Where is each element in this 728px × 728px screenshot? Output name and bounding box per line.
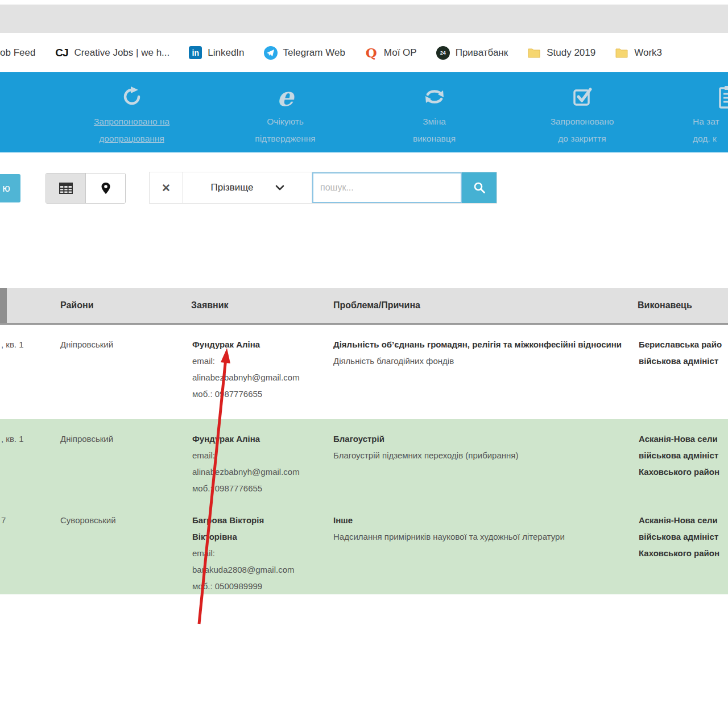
left-cut-button[interactable]: ю [0, 174, 20, 202]
table-grid-icon [59, 183, 73, 194]
problem-title: Діяльність об’єднань громадян, релігія т… [333, 336, 626, 353]
problem-detail: Благоустрій підземних переходів (прибира… [333, 447, 626, 464]
bookmark-label: Мої ОР [384, 47, 417, 59]
bookmark-label: LinkedIn [208, 47, 244, 59]
ie-icon: e [210, 80, 360, 113]
map-view-button[interactable] [86, 173, 125, 203]
browser-chrome-bar [0, 5, 728, 33]
bookmark-privatbank[interactable]: 24 Приватбанк [436, 46, 508, 60]
table-row[interactable]: , кв. 1 Дніпровський Фундурак Аліна emai… [0, 325, 728, 419]
left-cut-button-label: ю [2, 183, 10, 195]
toolbar-item-label: На зат дод. к [693, 113, 728, 147]
toolbar-item-label: Очікують підтвердження [210, 113, 360, 147]
table-header-address-cut [0, 288, 57, 323]
applicant-name: Багрова Вікторія Вікторівна [192, 512, 288, 545]
moi-op-icon: Q [365, 46, 378, 60]
district-cell: Дніпровський [57, 325, 188, 419]
table-row[interactable]: , кв. 1 Дніпровський Фундурак Аліна emai… [0, 419, 728, 500]
toolbar-item-approval-cut[interactable]: На зат дод. к [693, 80, 728, 147]
problem-cell: Благоустрій Благоустрій підземних перехо… [330, 419, 634, 500]
applicant-email-label: email: [192, 447, 324, 464]
bookmark-label: Work3 [634, 47, 662, 59]
applicant-cell: Фундурак Аліна email: alinabezbabnyh@gma… [188, 419, 330, 500]
bookmark-telegram[interactable]: Telegram Web [264, 46, 345, 60]
applicant-phone: моб.: 0500989999 [192, 578, 324, 594]
toolbar-item-label: Запропоновано до закриття [507, 113, 657, 147]
toolbar-item-proposed-rework[interactable]: Запропоновано на доопрацювання [57, 80, 206, 147]
bookmark-work3[interactable]: Work3 [615, 46, 662, 60]
bookmark-label: Telegram Web [283, 47, 345, 59]
applicant-phone: моб.: 0987776655 [192, 386, 324, 402]
linkedin-icon: in [189, 46, 202, 59]
table-header-executor: Виконавець [634, 300, 728, 311]
problem-cell: Інше Надсилання примірників наукової та … [330, 500, 634, 594]
toolbar-item-label: Запропоновано на доопрацювання [57, 113, 206, 147]
sync-icon [359, 80, 509, 113]
executor-cell: Асканія-Нова сели військова адмініст Ках… [634, 500, 728, 594]
applicant-phone: моб.: 0987776655 [192, 480, 324, 497]
field-select-value: Прізвище [210, 182, 253, 193]
map-pin-icon [101, 182, 111, 195]
toolbar-item-label: Зміна виконавця [359, 113, 509, 147]
status-toolbar: Запропоновано на доопрацювання e Очікуют… [0, 72, 728, 152]
problem-title: Інше [333, 512, 626, 528]
folder-icon [615, 46, 628, 60]
toolbar-item-change-executor[interactable]: Зміна виконавця [359, 80, 509, 147]
table-header-districts: Райони [57, 300, 188, 311]
applicant-name: Фундурак Аліна [192, 431, 288, 447]
view-toggle [46, 173, 126, 204]
applicant-email: alinabezbabnyh@gmail.com [192, 464, 324, 480]
applicant-email: barakuda2808@gmail.com [192, 561, 324, 578]
bookmark-label: Study 2019 [547, 47, 595, 59]
bookmark-label: ob Feed [0, 47, 35, 59]
address-fragment: , кв. 1 [0, 325, 57, 419]
table-header-applicant: Заявник [188, 300, 330, 311]
checkbox-icon [507, 80, 657, 113]
applicant-cell: Фундурак Аліна email: alinabezbabnyh@gma… [188, 325, 330, 419]
problem-detail: Діяльність благодійних фондів [333, 353, 626, 369]
bookmark-study-2019[interactable]: Study 2019 [527, 46, 595, 60]
bookmark-label: Creative Jobs | we h... [74, 47, 169, 59]
applicant-email: alinabezbabnyh@gmail.com [192, 369, 324, 386]
problem-cell: Діяльність об’єднань громадян, релігія т… [330, 325, 634, 419]
telegram-icon [264, 46, 278, 60]
table-header-problem: Проблема/Причина [330, 300, 634, 311]
applicant-cell: Багрова Вікторія Вікторівна email: barak… [188, 500, 330, 594]
close-icon: ✕ [162, 181, 171, 195]
header-left-sliver [0, 288, 7, 323]
bookmark-linkedin[interactable]: in LinkedIn [189, 46, 244, 59]
chevron-down-icon [275, 185, 284, 191]
list-icon [693, 80, 728, 113]
bookmark-label: Приватбанк [456, 47, 508, 59]
toolbar-item-awaiting-confirmation[interactable]: e Очікують підтвердження [210, 80, 360, 147]
problem-title: Благоустрій [333, 431, 626, 447]
table-view-button[interactable] [46, 173, 86, 203]
toolbar-item-proposed-closure[interactable]: Запропоновано до закриття [507, 80, 657, 147]
applicant-email-label: email: [192, 545, 324, 561]
cj-icon: CJ [55, 46, 68, 60]
district-cell: Суворовський [57, 500, 188, 594]
refresh-icon [57, 80, 206, 113]
address-fragment: 7 [0, 500, 57, 594]
address-fragment: , кв. 1 [0, 419, 57, 500]
filter-panel: ✕ Прізвище [149, 172, 497, 204]
privat24-icon: 24 [436, 46, 450, 60]
search-input[interactable] [312, 172, 462, 203]
clear-filter-button[interactable]: ✕ [150, 172, 183, 203]
folder-icon [527, 46, 541, 60]
search-icon [473, 181, 486, 194]
district-cell: Дніпровський [57, 419, 188, 500]
executor-cell: Асканія-Нова сели військова адмініст Ках… [634, 419, 728, 500]
bookmark-job-feed[interactable]: ob Feed [0, 47, 35, 59]
applicant-name: Фундурак Аліна [192, 336, 288, 353]
table-row[interactable]: 7 Суворовський Багрова Вікторія Вікторів… [0, 500, 728, 594]
requests-table: Райони Заявник Проблема/Причина Виконаве… [0, 288, 728, 594]
executor-cell: Бериславська райо військова адмініст [634, 325, 728, 419]
search-button[interactable] [462, 172, 497, 203]
applicant-email-label: email: [192, 353, 324, 369]
bookmarks-bar: ob Feed CJ Creative Jobs | we h... in Li… [0, 33, 728, 72]
table-header-row: Райони Заявник Проблема/Причина Виконаве… [0, 288, 728, 325]
field-select[interactable]: Прізвище [183, 172, 312, 203]
bookmark-moi-op[interactable]: Q Мої ОР [365, 46, 417, 60]
bookmark-creative-jobs[interactable]: CJ Creative Jobs | we h... [55, 46, 169, 60]
